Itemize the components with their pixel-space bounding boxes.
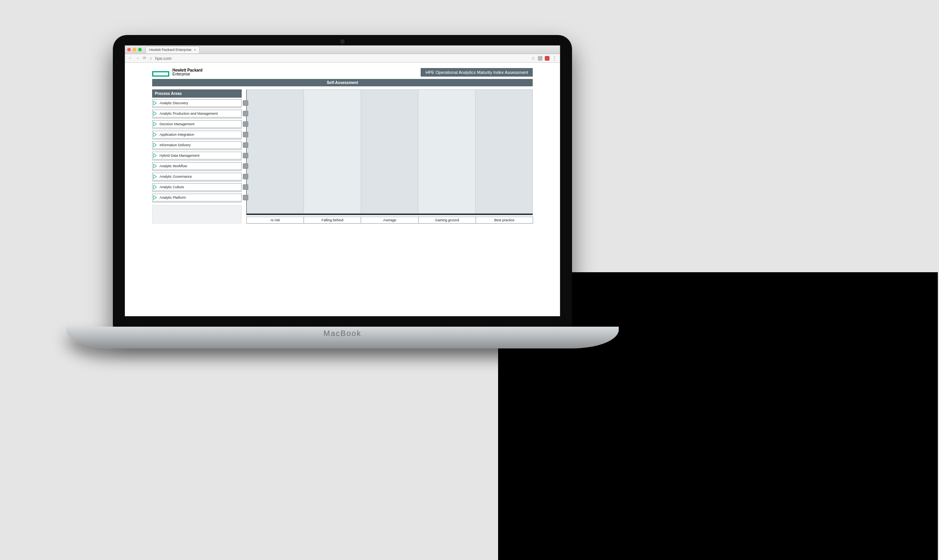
chart-column: [304, 90, 361, 215]
process-area-label: Hybrid Data Management: [160, 154, 200, 158]
url-text: hpe.com: [155, 56, 172, 61]
window-controls[interactable]: [127, 48, 142, 51]
item-underline: [152, 128, 242, 129]
item-underline: [152, 139, 242, 140]
hpe-logo-mark: [152, 71, 169, 77]
expand-triangle-icon[interactable]: [153, 174, 157, 179]
item-underline: [152, 170, 242, 171]
reload-icon[interactable]: ⟳: [143, 56, 146, 61]
process-area-label: Analytic Platform: [160, 196, 186, 200]
minimize-window-icon[interactable]: [133, 48, 136, 51]
maturity-level-label: Gaining ground: [418, 217, 476, 224]
process-area-label: Information Delivery: [160, 143, 191, 147]
browser-address-bar: ← → ⟳ ⌂ hpe.com ☆ ⋮: [125, 54, 560, 63]
maturity-level-label: Average: [361, 217, 418, 224]
slider-handle[interactable]: [243, 184, 248, 190]
close-window-icon[interactable]: [127, 48, 131, 51]
slider-handle[interactable]: [243, 153, 248, 158]
logo-line-2: Enterprise: [172, 72, 190, 76]
process-area-item[interactable]: Decision Management: [152, 120, 242, 128]
expand-triangle-icon[interactable]: [153, 153, 157, 158]
maximize-window-icon[interactable]: [138, 48, 142, 51]
expand-triangle-icon[interactable]: [153, 185, 157, 189]
process-areas-sidebar: Process Areas Analytic DiscoveryAnalytic…: [152, 89, 242, 224]
process-area-item[interactable]: Analytic Platform: [152, 194, 242, 201]
hpe-logo-text: Hewlett Packard Enterprise: [172, 68, 202, 77]
chart-column: [247, 90, 304, 215]
chart-column: [361, 90, 418, 215]
process-area-label: Analytic Culture: [160, 185, 184, 189]
maturity-level-label: At risk: [246, 217, 304, 224]
tab-title: Hewlett Packard Enterprise: [149, 48, 191, 52]
slider-handle[interactable]: [243, 142, 248, 148]
browser-menu-icon[interactable]: ⋮: [552, 55, 557, 61]
process-area-item[interactable]: Analytic Production and Management: [152, 110, 242, 117]
maturity-level-label: Best practice: [476, 217, 533, 224]
process-area-label: Analytic Production and Management: [160, 112, 218, 116]
laptop-base: MacBook: [66, 327, 619, 348]
laptop-frame: Hewlett Packard Enterprise × ← → ⟳ ⌂ hpe…: [113, 35, 572, 331]
process-area-label: Decision Management: [160, 122, 195, 126]
extension-icon-1[interactable]: [538, 56, 542, 61]
page-title: HPE Operational Analytics Maturity Index…: [421, 68, 533, 77]
slider-handle[interactable]: [243, 174, 248, 179]
item-underline: [152, 107, 242, 108]
process-area-item[interactable]: Analytic Workflow: [152, 162, 242, 170]
process-area-label: Analytic Workflow: [160, 164, 187, 168]
process-area-item[interactable]: Hybrid Data Management: [152, 152, 242, 159]
camera-dot: [340, 40, 344, 44]
slider-handle[interactable]: [243, 195, 248, 200]
process-area-label: Analytic Governance: [160, 175, 192, 178]
slider-handle[interactable]: [243, 100, 248, 106]
expand-triangle-icon[interactable]: [153, 101, 157, 105]
process-area-item[interactable]: Analytic Culture: [152, 183, 242, 191]
browser-tab[interactable]: Hewlett Packard Enterprise ×: [146, 46, 200, 53]
chart-column: [418, 90, 476, 215]
process-area-item[interactable]: Information Delivery: [152, 141, 242, 149]
item-underline: [152, 181, 242, 182]
expand-triangle-icon[interactable]: [153, 164, 157, 168]
expand-triangle-icon[interactable]: [153, 195, 157, 200]
logo-line-1: Hewlett Packard: [172, 68, 202, 72]
process-area-item[interactable]: Application Integration: [152, 131, 242, 138]
slider-handle[interactable]: [243, 111, 248, 116]
process-area-label: Analytic Discovery: [160, 101, 188, 105]
expand-triangle-icon[interactable]: [153, 111, 157, 116]
slider-handle[interactable]: [243, 132, 248, 137]
sub-header: Self-Assessment: [152, 79, 533, 86]
bookmark-star-icon[interactable]: ☆: [531, 56, 535, 61]
screen: Hewlett Packard Enterprise × ← → ⟳ ⌂ hpe…: [125, 45, 560, 317]
maturity-chart: At riskFalling behindAverageGaining grou…: [246, 89, 533, 224]
sidebar-footer-panel: [152, 205, 242, 224]
item-underline: [152, 149, 242, 150]
url-field[interactable]: hpe.com: [155, 56, 528, 61]
sidebar-header: Process Areas: [152, 89, 242, 98]
back-icon[interactable]: ←: [128, 56, 132, 61]
extension-icon-2[interactable]: [545, 56, 549, 61]
item-underline: [152, 160, 242, 161]
home-icon[interactable]: ⌂: [149, 56, 152, 61]
expand-triangle-icon[interactable]: [153, 122, 157, 126]
maturity-legend: At riskFalling behindAverageGaining grou…: [246, 217, 533, 224]
expand-triangle-icon[interactable]: [153, 143, 157, 147]
maturity-level-label: Falling behind: [304, 217, 361, 224]
browser-tab-bar: Hewlett Packard Enterprise ×: [125, 46, 560, 54]
slider-handle[interactable]: [243, 163, 248, 169]
item-underline: [152, 118, 242, 119]
process-area-item[interactable]: Analytic Discovery: [152, 99, 242, 107]
forward-icon[interactable]: →: [135, 56, 140, 61]
process-area-item[interactable]: Analytic Governance: [152, 173, 242, 180]
expand-triangle-icon[interactable]: [153, 132, 157, 137]
hpe-logo: Hewlett Packard Enterprise: [152, 68, 202, 77]
item-underline: [152, 191, 242, 192]
page-header: Hewlett Packard Enterprise HPE Operation…: [152, 68, 533, 77]
tab-close-icon[interactable]: ×: [194, 48, 196, 52]
item-underline: [152, 202, 242, 203]
assessment-body: Process Areas Analytic DiscoveryAnalytic…: [152, 89, 533, 224]
chart-grid: [246, 89, 533, 215]
chart-column: [476, 90, 532, 215]
process-area-label: Application Integration: [160, 133, 194, 136]
chart-baseline: [246, 214, 533, 215]
slider-handle[interactable]: [243, 121, 248, 127]
device-label: MacBook: [323, 329, 361, 338]
